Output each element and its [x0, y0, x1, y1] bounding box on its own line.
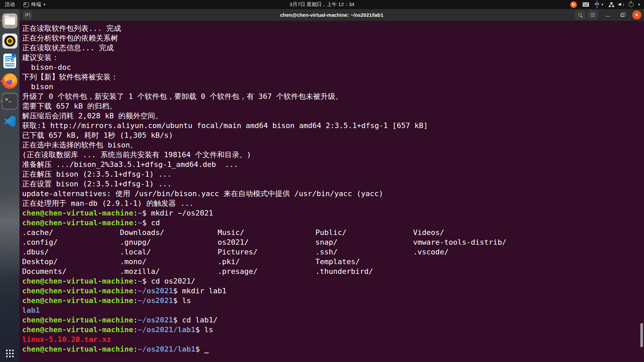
window-title: chen@chen-virtual-machine: ~/os2021/lab1 — [19, 12, 644, 18]
terminal-line: .dbus/ .local/ Pictures/ .ssh/ .vscode/ — [22, 247, 644, 257]
terminal-header-bar[interactable]: chen@chen-virtual-machine: ~/os2021/lab1… — [19, 9, 644, 21]
menu-button[interactable] — [588, 10, 598, 20]
terminal-line: .cache/ Downloads/ Music/ Public/ Videos… — [22, 228, 644, 237]
terminal-line: chen@chen-virtual-machine:~/os2021$ mkdi… — [22, 286, 644, 296]
network-wired-icon — [609, 2, 614, 7]
terminal-icon: >_ — [2, 94, 17, 109]
app-menu-terminal[interactable]: 终端 ▾ — [23, 1, 46, 8]
terminal-line: 正在读取软件包列表... 完成 — [22, 23, 644, 33]
restore-icon — [621, 14, 624, 17]
dock-item-vscode[interactable] — [0, 111, 19, 131]
close-icon: × — [635, 12, 639, 18]
new-tab-icon — [25, 13, 30, 17]
keyboard-icon[interactable] — [583, 2, 589, 7]
terminal-line: (正在读取数据库 ... 系统当前共安装有 198164 个文件和目录。) — [22, 150, 644, 160]
terminal-line: 准备解压 .../bison_2%3a3.5.1+dfsg-1_amd64.de… — [22, 160, 644, 169]
terminal-app-icon — [23, 2, 29, 7]
hamburger-icon — [591, 15, 595, 15]
libreoffice-writer-icon — [3, 54, 16, 68]
terminal-line: 升级了 0 个软件包，新安装了 1 个软件包，要卸载 0 个软件包，有 367 … — [22, 92, 644, 101]
terminal-line: lab1 — [22, 305, 644, 315]
terminal-output: 正在读取软件包列表... 完成正在分析软件包的依赖关系树正在读取状态信息... … — [19, 21, 644, 354]
terminal-line: chen@chen-virtual-machine:~$ cd — [22, 218, 644, 228]
terminal-line: 正在读取状态信息... 完成 — [22, 43, 644, 53]
terminal-line: .config/ .gnupg/ os2021/ snap/ vmware-to… — [22, 237, 644, 247]
terminal-line: 下列【新】软件包将被安装： — [22, 72, 644, 82]
input-method-zh-icon: 中 — [595, 1, 600, 8]
rhythmbox-icon — [2, 34, 17, 49]
clock: 3月7日 星期日，上午 12：34 — [0, 1, 644, 8]
files-icon — [2, 13, 17, 28]
new-tab-button[interactable] — [23, 11, 32, 20]
apps-grid-icon — [6, 350, 8, 351]
scrollbar-thumb[interactable] — [640, 323, 643, 347]
terminal-line: Desktop/ .mono/ .pki/ Templates/ — [22, 257, 644, 266]
volume-icon — [619, 2, 624, 7]
restore-button[interactable] — [618, 10, 628, 20]
power-icon — [629, 2, 634, 7]
terminal-line: update-alternatives: 使用 /usr/bin/bison.y… — [22, 189, 644, 198]
terminal-line: chen@chen-virtual-machine:~$ cd os2021/ — [22, 276, 644, 286]
terminal-line: bison-doc — [22, 62, 644, 72]
dock-item-libreoffice-writer[interactable] — [0, 51, 19, 71]
terminal-line: 已下载 657 kB, 耗时 1秒 (1,305 kB/s) — [22, 130, 644, 140]
minimize-button[interactable] — [603, 10, 613, 20]
dock-item-terminal[interactable]: >_ — [0, 91, 19, 111]
minimize-icon — [606, 16, 610, 17]
terminal-line: chen@chen-virtual-machine:~$ mkdir ~/os2… — [22, 208, 644, 218]
show-applications-button[interactable] — [0, 347, 19, 360]
chevron-down-icon: ▾ — [601, 3, 603, 6]
dock-item-firefox[interactable] — [0, 71, 19, 91]
terminal-line: linux-5.10.20.tar.xz — [22, 335, 644, 344]
dock-item-files[interactable] — [0, 11, 19, 31]
terminal-line: Documents/ .mozilla/ .presage/ .thunderb… — [22, 266, 644, 276]
clock-label[interactable]: 3月7日 星期日，上午 12：34 — [289, 1, 354, 7]
system-status-menu[interactable]: ▾ — [609, 2, 640, 7]
activities-button[interactable]: 活动 — [5, 1, 15, 8]
app-menu-label: 终端 — [31, 1, 41, 8]
chevron-down-icon: ▾ — [44, 3, 46, 6]
terminal-line: chen@chen-virtual-machine:~/os2021/lab1$… — [22, 325, 644, 335]
top-bar: 活动 终端 ▾ 3月7日 星期日，上午 12：34 ↻ 中 ▾ ▾ — [0, 0, 644, 9]
software-update-icon[interactable]: ↻ — [570, 1, 577, 8]
dock-item-rhythmbox[interactable] — [0, 31, 19, 51]
terminal-window: chen@chen-virtual-machine: ~/os2021/lab1… — [19, 9, 644, 362]
search-button[interactable] — [575, 10, 585, 20]
terminal-line: chen@chen-virtual-machine:~/os2021/lab1$… — [22, 344, 644, 354]
firefox-icon — [2, 73, 17, 89]
vscode-icon — [2, 114, 17, 129]
terminal-line: bison — [22, 82, 644, 92]
input-method-menu[interactable]: 中 ▾ — [595, 1, 603, 8]
terminal-line: 需要下载 657 kB 的归档。 — [22, 101, 644, 111]
terminal-line: 获取:1 http://mirrors.aliyun.com/ubuntu fo… — [22, 121, 644, 130]
terminal-line: 正在选中未选择的软件包 bison。 — [22, 140, 644, 150]
terminal-line: 正在处理用于 man-db (2.9.1-1) 的触发器 ... — [22, 198, 644, 208]
terminal-line: 正在设置 bison (2:3.5.1+dfsg-1) ... — [22, 179, 644, 189]
close-button[interactable]: × — [632, 10, 641, 19]
terminal-body[interactable]: 正在读取软件包列表... 完成正在分析软件包的依赖关系树正在读取状态信息... … — [19, 21, 644, 362]
terminal-line: chen@chen-virtual-machine:~/os2021$ ls — [22, 296, 644, 305]
terminal-line: 正在分析软件包的依赖关系树 — [22, 33, 644, 43]
terminal-line: 建议安装： — [22, 53, 644, 62]
search-icon — [578, 13, 582, 16]
scrollbar[interactable] — [640, 21, 643, 362]
chevron-down-icon: ▾ — [638, 3, 640, 6]
terminal-line: chen@chen-virtual-machine:~/os2021$ cd l… — [22, 315, 644, 325]
terminal-line: 解压缩后会消耗 2,028 kB 的额外空间。 — [22, 111, 644, 121]
dock: >_ — [0, 9, 19, 362]
terminal-line: 正在解压 bison (2:3.5.1+dfsg-1) ... — [22, 169, 644, 179]
